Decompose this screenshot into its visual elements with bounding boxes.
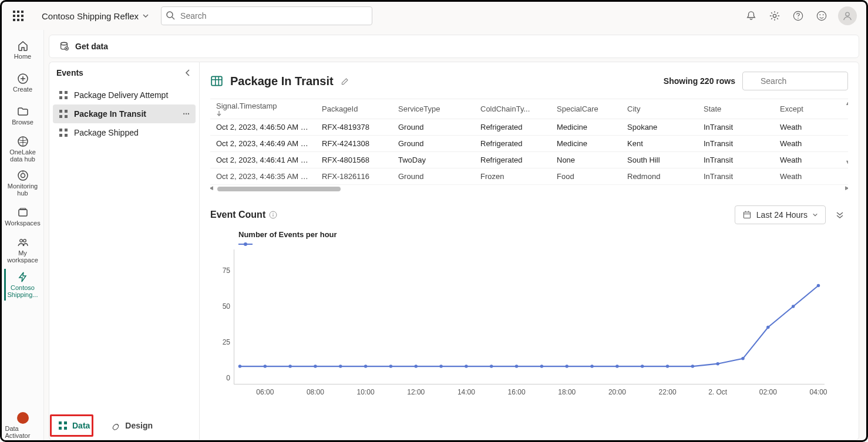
- events-title: Events: [56, 68, 83, 77]
- collapse-events-button[interactable]: [184, 69, 192, 77]
- table-cell: InTransit: [698, 156, 774, 164]
- nav-home[interactable]: Home: [5, 35, 41, 65]
- table-row[interactable]: Oct 2, 2023, 4:46:35 AM UTCRFX-1826116Gr…: [210, 168, 848, 185]
- nav-label: My workspace: [5, 249, 41, 264]
- svg-rect-32: [59, 129, 62, 131]
- data-activator-icon: [17, 412, 29, 424]
- nav-contoso-shipping[interactable]: Contoso Shipping...: [4, 269, 39, 301]
- svg-rect-16: [19, 210, 27, 216]
- svg-line-83: [117, 424, 119, 426]
- onelake-icon: [17, 136, 29, 147]
- event-item[interactable]: Package In Transit···: [53, 104, 196, 123]
- svg-point-63: [439, 365, 442, 367]
- svg-point-71: [641, 365, 644, 367]
- x-axis-tick: 06:00: [256, 388, 274, 396]
- event-item[interactable]: Package Delivery Attempt: [53, 86, 196, 104]
- svg-point-65: [490, 365, 493, 367]
- waffle-icon: [13, 11, 23, 21]
- nav-my-workspace[interactable]: My workspace: [5, 234, 41, 266]
- table-cell: Ground: [392, 172, 475, 181]
- table-cell: Refrigerated: [475, 123, 551, 131]
- table-cell: InTransit: [698, 172, 774, 181]
- svg-rect-79: [59, 421, 62, 424]
- y-axis-tick: 0: [226, 374, 230, 382]
- get-data-button[interactable]: Get data: [75, 42, 108, 51]
- horizontal-scrollbar[interactable]: [210, 187, 848, 193]
- sort-desc-icon: [216, 110, 310, 116]
- table-row[interactable]: Oct 2, 2023, 4:46:49 AM UTCRFX-4241308Gr…: [210, 136, 848, 152]
- account-button[interactable]: [838, 6, 857, 25]
- gear-icon: [769, 11, 780, 21]
- row-count: Showing 220 rows: [664, 76, 735, 86]
- svg-point-6: [819, 14, 820, 15]
- svg-point-62: [415, 365, 418, 367]
- x-axis-tick: 02:00: [759, 388, 777, 396]
- column-header[interactable]: Signal.Timestamp: [210, 102, 316, 116]
- top-bar: Contoso Shipping Reflex: [2, 2, 866, 30]
- table-cell: RFX-1826116: [316, 172, 392, 181]
- column-header[interactable]: PackageId: [316, 104, 392, 113]
- table-cell: RFX-4241308: [316, 139, 392, 148]
- info-icon: [269, 211, 277, 219]
- column-header[interactable]: ColdChainTy...: [475, 104, 551, 113]
- svg-point-58: [314, 365, 317, 367]
- table-cell: Oct 2, 2023, 4:46:50 AM UTC: [210, 123, 316, 131]
- x-axis-tick: 10:00: [357, 388, 375, 396]
- create-icon: [17, 73, 29, 85]
- notifications-button[interactable]: [744, 9, 758, 23]
- event-item-label: Package Delivery Attempt: [74, 90, 168, 100]
- time-range-label: Last 24 Hours: [756, 210, 808, 220]
- event-item-label: Package In Transit: [74, 109, 146, 119]
- workspaces-icon: [17, 207, 29, 218]
- table-row[interactable]: Oct 2, 2023, 4:46:41 AM UTCRFX-4801568Tw…: [210, 152, 848, 168]
- feedback-button[interactable]: [815, 9, 829, 23]
- global-search-input[interactable]: [161, 6, 372, 25]
- app-launcher[interactable]: [6, 4, 30, 28]
- chevron-down-icon: [142, 12, 149, 19]
- rename-button[interactable]: [341, 76, 350, 86]
- nav-data-activator[interactable]: Data Activator: [5, 411, 41, 440]
- x-axis-tick: 14:00: [457, 388, 475, 396]
- svg-line-1: [172, 17, 174, 19]
- time-range-selector[interactable]: Last 24 Hours: [735, 205, 826, 224]
- browse-icon: [17, 106, 29, 117]
- nav-browse[interactable]: Browse: [5, 100, 41, 131]
- tab-design[interactable]: Design: [103, 416, 161, 436]
- event-item-label: Package Shipped: [74, 128, 139, 137]
- column-header[interactable]: State: [698, 104, 774, 113]
- more-button[interactable]: ···: [183, 109, 190, 119]
- nav-monitoring[interactable]: Monitoring hub: [5, 167, 41, 199]
- workspace-switcher[interactable]: Contoso Shipping Reflex: [37, 9, 154, 23]
- chevron-down-icon: [812, 212, 818, 218]
- column-header[interactable]: SpecialCare: [551, 104, 621, 113]
- y-axis-tick: 25: [223, 338, 230, 346]
- column-header[interactable]: ServiceType: [392, 104, 475, 113]
- table-row[interactable]: Oct 2, 2023, 4:46:50 AM UTCRFX-4819378Gr…: [210, 119, 848, 136]
- svg-point-67: [540, 365, 543, 367]
- table-cell: Frozen: [475, 172, 551, 181]
- column-header[interactable]: City: [621, 104, 698, 113]
- x-axis-tick: 08:00: [307, 388, 324, 396]
- expand-chart-button[interactable]: [832, 207, 848, 223]
- svg-point-57: [288, 365, 291, 367]
- detail-search-input[interactable]: [742, 72, 848, 90]
- help-button[interactable]: [791, 9, 805, 23]
- settings-button[interactable]: [768, 9, 782, 23]
- svg-point-7: [823, 14, 824, 15]
- column-header[interactable]: Except: [774, 104, 815, 113]
- nav-onelake[interactable]: OneLake data hub: [5, 133, 41, 165]
- svg-point-77: [792, 305, 795, 308]
- nav-workspaces[interactable]: Workspaces: [5, 201, 41, 232]
- tab-data[interactable]: Data: [50, 416, 98, 436]
- svg-rect-27: [65, 96, 68, 99]
- tab-label: Data: [72, 421, 90, 430]
- svg-point-2: [773, 14, 776, 17]
- svg-rect-82: [64, 427, 67, 430]
- get-data-icon: [59, 41, 69, 52]
- nav-create[interactable]: Create: [5, 68, 41, 98]
- chart-info-button[interactable]: [269, 211, 277, 219]
- table-icon: [59, 90, 68, 100]
- event-item[interactable]: Package Shipped: [53, 123, 196, 142]
- vertical-scrollbar[interactable]: ▲▼: [845, 100, 848, 165]
- svg-point-60: [364, 365, 367, 367]
